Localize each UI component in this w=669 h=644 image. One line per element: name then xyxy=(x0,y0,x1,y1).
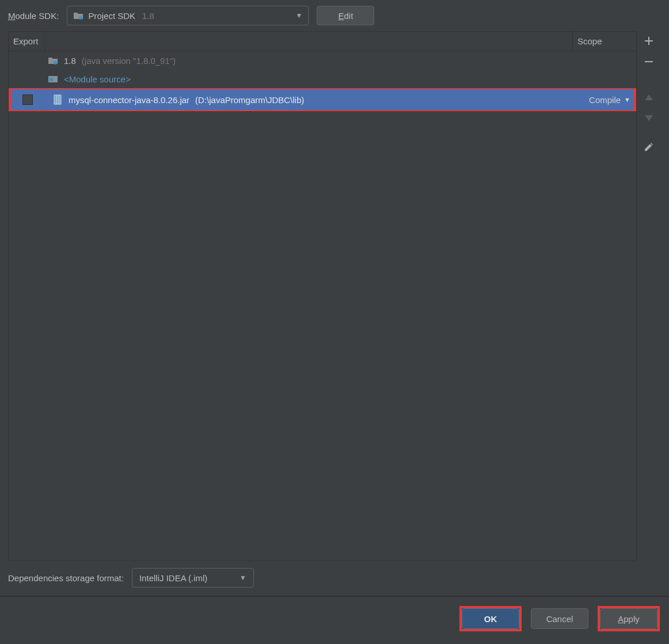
row-detail: (java version "1.8.0_91") xyxy=(82,56,176,66)
chevron-down-icon: ▼ xyxy=(240,574,246,582)
export-checkbox[interactable] xyxy=(22,94,33,105)
scope-value[interactable]: Compile xyxy=(589,95,621,105)
table-row[interactable]: <Module source> xyxy=(9,70,636,88)
highlight-apply: Apply xyxy=(600,608,657,629)
move-up-button[interactable] xyxy=(641,90,656,105)
chevron-down-icon: ▼ xyxy=(296,12,303,20)
storage-format-value: IntelliJ IDEA (.iml) xyxy=(139,573,207,583)
chevron-down-icon: ▼ xyxy=(624,96,630,103)
highlight-ok: OK xyxy=(462,608,519,629)
folder-icon xyxy=(48,56,58,65)
row-detail: (D:\javaPromgarm\JDBC\lib) xyxy=(195,95,304,105)
svg-rect-4 xyxy=(54,95,61,104)
module-source-icon xyxy=(48,75,58,83)
archive-icon xyxy=(52,94,63,105)
svg-rect-7 xyxy=(645,61,653,62)
row-name: 1.8 xyxy=(64,56,76,66)
row-name: <Module source> xyxy=(64,74,131,84)
add-button[interactable] xyxy=(641,33,656,48)
edit-item-button[interactable] xyxy=(641,139,656,154)
storage-format-label: Dependencies storage format: xyxy=(8,573,124,583)
table-row-selected[interactable]: mysql-connector-java-8.0.26.jar (D:\java… xyxy=(9,88,636,111)
svg-point-1 xyxy=(54,61,57,65)
header-name[interactable] xyxy=(45,32,573,51)
svg-rect-3 xyxy=(50,78,53,81)
storage-format-select[interactable]: IntelliJ IDEA (.iml) ▼ xyxy=(132,568,254,588)
edit-button[interactable]: Edit xyxy=(317,6,374,25)
header-scope[interactable]: Scope xyxy=(573,32,636,51)
module-sdk-label: Module SDK: xyxy=(8,11,59,21)
dependencies-table: Export Scope 1.8 (java version "1.8.0_91… xyxy=(8,31,637,561)
table-row[interactable]: 1.8 (java version "1.8.0_91") xyxy=(9,51,636,70)
folder-icon xyxy=(73,12,83,20)
cancel-button[interactable]: Cancel xyxy=(531,608,588,629)
apply-button[interactable]: Apply xyxy=(600,608,657,629)
move-down-button[interactable] xyxy=(641,111,656,126)
header-export[interactable]: Export xyxy=(9,32,45,51)
ok-button[interactable]: OK xyxy=(462,608,519,629)
sdk-version: 1.8 xyxy=(142,11,154,21)
module-sdk-select[interactable]: Project SDK 1.8 ▼ xyxy=(67,6,309,25)
svg-point-0 xyxy=(79,16,82,20)
remove-button[interactable] xyxy=(641,54,656,69)
sdk-name: Project SDK xyxy=(88,11,135,21)
row-name: mysql-connector-java-8.0.26.jar xyxy=(69,95,189,105)
